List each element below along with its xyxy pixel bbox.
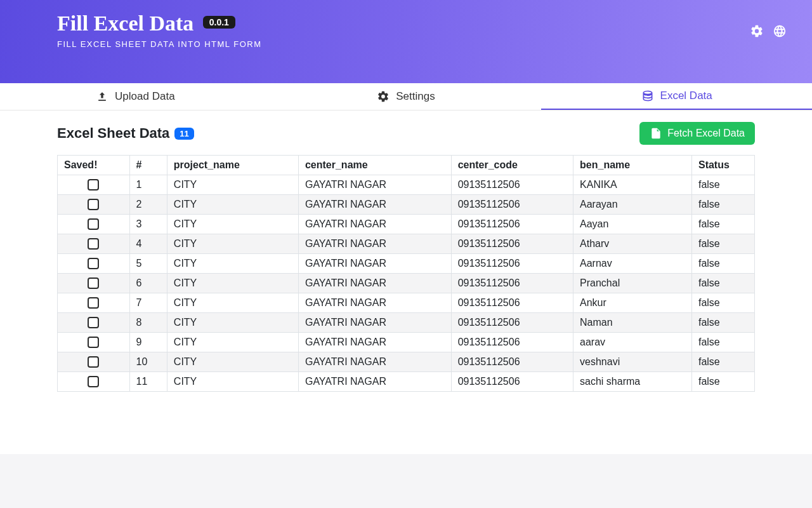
cell-ben-name: KANIKA: [573, 175, 692, 195]
app-subtitle: FILL EXCEL SHEET DATA INTO HTML FORM: [57, 39, 755, 49]
cell-ben-name: Aarnav: [573, 254, 692, 274]
cell-center-name: GAYATRI NAGAR: [298, 234, 451, 254]
cell-index: 11: [129, 372, 167, 392]
cell-center-code: 09135112506: [451, 313, 573, 333]
cell-status: false: [691, 352, 754, 372]
table-row: 11CITYGAYATRI NAGAR09135112506sachi shar…: [58, 372, 755, 392]
row-saved-checkbox[interactable]: [88, 337, 99, 348]
table-row: 3CITYGAYATRI NAGAR09135112506Aayanfalse: [58, 215, 755, 234]
cell-project-name: CITY: [167, 293, 298, 313]
cell-center-code: 09135112506: [451, 372, 573, 392]
row-saved-checkbox[interactable]: [88, 218, 99, 230]
row-saved-checkbox[interactable]: [88, 356, 99, 368]
table-row: 4CITYGAYATRI NAGAR09135112506Atharvfalse: [58, 234, 755, 254]
globe-icon[interactable]: [773, 24, 787, 41]
cell-index: 1: [129, 175, 167, 195]
fetch-excel-button[interactable]: Fetch Excel Data: [639, 122, 755, 145]
excel-data-table: Saved! # project_name center_name center…: [57, 155, 755, 392]
page-title: Excel Sheet Data: [57, 125, 169, 142]
row-saved-checkbox[interactable]: [88, 258, 99, 269]
cell-center-name: GAYATRI NAGAR: [298, 274, 451, 293]
col-header-saved: Saved!: [58, 156, 130, 175]
row-saved-checkbox[interactable]: [88, 199, 99, 210]
cell-ben-name: Naman: [573, 313, 692, 333]
upload-icon: [96, 90, 108, 103]
table-row: 7CITYGAYATRI NAGAR09135112506Ankurfalse: [58, 293, 755, 313]
cell-center-code: 09135112506: [451, 175, 573, 195]
cell-status: false: [691, 372, 754, 392]
row-saved-checkbox[interactable]: [88, 297, 99, 309]
cell-project-name: CITY: [167, 352, 298, 372]
cell-center-code: 09135112506: [451, 293, 573, 313]
cell-index: 10: [129, 352, 167, 372]
cell-center-name: GAYATRI NAGAR: [298, 195, 451, 215]
col-header-code: center_code: [451, 156, 573, 175]
cell-center-name: GAYATRI NAGAR: [298, 313, 451, 333]
cell-status: false: [691, 234, 754, 254]
cell-index: 7: [129, 293, 167, 313]
cell-center-name: GAYATRI NAGAR: [298, 254, 451, 274]
cell-center-code: 09135112506: [451, 333, 573, 352]
gear-icon: [377, 90, 390, 103]
tab-excel-data[interactable]: Excel Data: [541, 83, 812, 110]
col-header-status: Status: [691, 156, 754, 175]
cell-project-name: CITY: [167, 215, 298, 234]
row-saved-checkbox[interactable]: [88, 376, 99, 387]
table-row: 1CITYGAYATRI NAGAR09135112506KANIKAfalse: [58, 175, 755, 195]
app-title: Fill Excel Data: [57, 11, 193, 36]
cell-project-name: CITY: [167, 372, 298, 392]
cell-center-name: GAYATRI NAGAR: [298, 215, 451, 234]
file-icon: [650, 127, 662, 140]
tab-upload-data[interactable]: Upload Data: [0, 83, 271, 110]
cell-index: 5: [129, 254, 167, 274]
col-header-project: project_name: [167, 156, 298, 175]
cell-project-name: CITY: [167, 274, 298, 293]
cell-ben-name: aarav: [573, 333, 692, 352]
version-badge: 0.0.1: [203, 16, 235, 29]
cell-ben-name: Pranchal: [573, 274, 692, 293]
col-header-ben: ben_name: [573, 156, 692, 175]
table-row: 10CITYGAYATRI NAGAR09135112506veshnavifa…: [58, 352, 755, 372]
cell-project-name: CITY: [167, 234, 298, 254]
cell-ben-name: Aarayan: [573, 195, 692, 215]
cell-ben-name: Ankur: [573, 293, 692, 313]
cell-project-name: CITY: [167, 195, 298, 215]
tab-settings[interactable]: Settings: [271, 83, 542, 110]
tab-bar: Upload Data Settings Excel Data: [0, 83, 812, 110]
cell-center-code: 09135112506: [451, 352, 573, 372]
cell-ben-name: veshnavi: [573, 352, 692, 372]
cell-index: 2: [129, 195, 167, 215]
cell-project-name: CITY: [167, 333, 298, 352]
col-header-index: #: [129, 156, 167, 175]
row-saved-checkbox[interactable]: [88, 277, 99, 289]
cell-index: 6: [129, 274, 167, 293]
cell-ben-name: sachi sharma: [573, 372, 692, 392]
gear-icon[interactable]: [750, 24, 764, 41]
cell-center-code: 09135112506: [451, 215, 573, 234]
tab-excel-label: Excel Data: [660, 90, 712, 102]
cell-center-code: 09135112506: [451, 254, 573, 274]
cell-status: false: [691, 215, 754, 234]
cell-project-name: CITY: [167, 175, 298, 195]
cell-status: false: [691, 274, 754, 293]
table-row: 2CITYGAYATRI NAGAR09135112506Aarayanfals…: [58, 195, 755, 215]
col-header-center: center_name: [298, 156, 451, 175]
cell-center-code: 09135112506: [451, 195, 573, 215]
cell-index: 4: [129, 234, 167, 254]
cell-project-name: CITY: [167, 313, 298, 333]
cell-ben-name: Atharv: [573, 234, 692, 254]
cell-center-name: GAYATRI NAGAR: [298, 333, 451, 352]
cell-status: false: [691, 195, 754, 215]
table-row: 6CITYGAYATRI NAGAR09135112506Pranchalfal…: [58, 274, 755, 293]
cell-status: false: [691, 293, 754, 313]
cell-index: 9: [129, 333, 167, 352]
cell-project-name: CITY: [167, 254, 298, 274]
row-saved-checkbox[interactable]: [88, 179, 99, 190]
cell-index: 3: [129, 215, 167, 234]
row-saved-checkbox[interactable]: [88, 317, 99, 328]
cell-status: false: [691, 254, 754, 274]
cell-center-name: GAYATRI NAGAR: [298, 293, 451, 313]
cell-ben-name: Aayan: [573, 215, 692, 234]
row-saved-checkbox[interactable]: [88, 238, 99, 250]
table-row: 5CITYGAYATRI NAGAR09135112506Aarnavfalse: [58, 254, 755, 274]
